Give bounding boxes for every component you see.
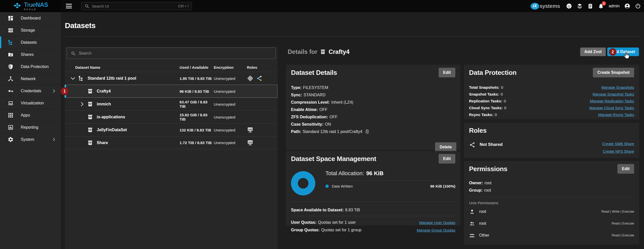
topbar-actions: iX systems 1 admin bbox=[531, 0, 641, 12]
space-available-label: Space Available to Dataset: bbox=[291, 208, 344, 212]
user-icon bbox=[469, 209, 475, 215]
sidebar-item-apps[interactable]: Apps bbox=[0, 109, 61, 121]
table-row-immich[interactable]: immich 63.47 GiB / 8.83 TiB Unencrypted bbox=[65, 98, 278, 110]
edit-dataset-details-button[interactable]: Edit bbox=[439, 68, 455, 77]
delete-dataset-button[interactable]: Delete bbox=[435, 142, 456, 152]
sidebar-item-network[interactable]: Network bbox=[0, 73, 61, 85]
dataset-name: Standard 12tb raid 1 pool bbox=[88, 76, 136, 81]
global-search-input[interactable] bbox=[92, 4, 175, 8]
chevron-right-icon[interactable] bbox=[79, 101, 85, 107]
chevron-right-icon bbox=[52, 89, 56, 93]
jobs-clipboard-icon[interactable] bbox=[587, 3, 593, 9]
feedback-smiley-icon[interactable] bbox=[566, 3, 572, 9]
used-available: 1.95 TiB / 8.83 TiB bbox=[180, 76, 214, 81]
divider bbox=[291, 216, 455, 216]
dataset-icon bbox=[320, 49, 326, 55]
brand-scale: SCALE bbox=[24, 8, 48, 11]
sidebar-item-dashboard[interactable]: Dashboard bbox=[0, 12, 61, 24]
manage-group-quotas-link[interactable]: Manage Group Quotas bbox=[417, 228, 455, 232]
pool-tree-icon bbox=[78, 75, 84, 81]
truenas-logo[interactable]: TrueNAS SCALE bbox=[0, 0, 61, 12]
perm-flags: Read | Execute bbox=[612, 233, 634, 237]
encryption-status: Unencrypted bbox=[214, 76, 247, 81]
table-row-jellyfindataset[interactable]: JellyFinDataSet 132 KiB / 8.83 TiB Unenc… bbox=[65, 123, 278, 136]
create-snapshot-button[interactable]: Create Snapshot bbox=[593, 68, 634, 77]
manage-snapshot-tasks-link[interactable]: Manage Snapshot Tasks bbox=[593, 92, 634, 96]
edit-space-management-button[interactable]: Edit bbox=[439, 154, 455, 164]
create-nfs-share-link[interactable]: Create NFS Share bbox=[603, 149, 634, 153]
data-protection-card: Data Protection Create Snapshot Total Sn… bbox=[464, 65, 639, 119]
used-available: 96 KiB / 8.83 TiB bbox=[180, 89, 214, 94]
dp-value: 0 bbox=[501, 85, 503, 89]
table-row-pool[interactable]: Standard 12tb raid 1 pool 1.95 TiB / 8.8… bbox=[65, 72, 278, 85]
brand-nas: NAS bbox=[36, 1, 48, 8]
card-title: Roles bbox=[469, 126, 486, 134]
perm-name: root bbox=[479, 209, 486, 214]
dp-label: Total Snapshots: bbox=[469, 85, 500, 89]
sidebar-label: System bbox=[21, 137, 34, 142]
global-search[interactable]: Ctrl + / bbox=[81, 2, 192, 10]
smb-share-icon: SMB bbox=[247, 127, 253, 133]
edit-permissions-button[interactable]: Edit bbox=[617, 164, 634, 174]
truecommand-icon[interactable] bbox=[577, 3, 583, 9]
field-label: Compression Level: bbox=[291, 100, 330, 104]
table-row-ix-applications[interactable]: ix-applications 15.82 GiB / 8.83 TiB Une… bbox=[65, 110, 278, 123]
dataset-search-input[interactable] bbox=[79, 51, 272, 56]
group-quotas-label: Group Quotas: bbox=[291, 228, 320, 232]
share-role-icon bbox=[256, 75, 263, 82]
manage-snapshots-link[interactable]: Manage Snapshots bbox=[601, 85, 634, 89]
hamburger-menu-icon[interactable] bbox=[65, 3, 72, 9]
sidebar-item-shares[interactable]: Shares bbox=[0, 49, 61, 61]
sidebar-label: Reporting bbox=[21, 125, 38, 130]
table-row-crafty4[interactable]: 1 Crafty4 96 KiB / 8.83 TiB Unencrypted bbox=[65, 85, 278, 98]
sidebar-label: Network bbox=[21, 77, 36, 81]
used-available: 1.72 TiB / 8.83 TiB bbox=[180, 141, 214, 145]
dp-label: Replication Tasks: bbox=[469, 99, 502, 103]
permission-entry-other: Other Read | Execute bbox=[469, 229, 634, 241]
sidebar-item-system[interactable]: System bbox=[0, 133, 61, 146]
truenas-logo-icon bbox=[13, 3, 22, 10]
user-avatar-icon[interactable] bbox=[624, 3, 630, 9]
apps-grid-icon bbox=[8, 112, 14, 118]
sidebar-item-reporting[interactable]: Reporting bbox=[0, 121, 61, 133]
allocation-donut-chart bbox=[291, 171, 315, 195]
apps-role-icon bbox=[247, 75, 253, 82]
manage-rsync-tasks-link[interactable]: Manage Rsync Tasks bbox=[598, 112, 634, 117]
shares-folder-icon bbox=[8, 52, 14, 58]
manage-user-quotas-link[interactable]: Manage User Quotas bbox=[419, 220, 455, 225]
dataset-icon bbox=[87, 114, 93, 120]
manage-replication-tasks-link[interactable]: Manage Replication Tasks bbox=[590, 99, 634, 103]
encryption-status: Unencrypted bbox=[214, 115, 247, 119]
chevron-down-icon[interactable] bbox=[70, 75, 76, 81]
power-icon[interactable] bbox=[635, 3, 641, 9]
laptop-icon bbox=[8, 100, 14, 106]
alerts-bell-icon[interactable]: 1 bbox=[598, 3, 604, 9]
used-available: 15.82 GiB / 8.83 TiB bbox=[180, 113, 214, 121]
col-dataset-name: Dataset Name bbox=[65, 65, 180, 70]
datasets-tree-icon bbox=[8, 39, 14, 46]
truenas-datasets-screen: TrueNAS SCALE Ctrl + / iX systems 1 admi… bbox=[0, 0, 644, 249]
annotation-step-badge-2: 2 bbox=[609, 49, 616, 55]
sidebar-item-storage[interactable]: Storage bbox=[0, 24, 61, 36]
admin-username: admin bbox=[609, 4, 620, 8]
page-title: Datasets bbox=[65, 21, 95, 30]
table-row-share[interactable]: Share 1.72 TiB / 8.83 TiB Unencrypted SM… bbox=[65, 136, 278, 149]
storage-icon bbox=[8, 27, 14, 33]
others-icon bbox=[469, 232, 475, 238]
sidebar-item-data-protection[interactable]: Data Protection bbox=[0, 61, 61, 73]
create-smb-share-link[interactable]: Create SMB Share bbox=[602, 142, 634, 146]
data-written-value: 96 KiB (100%) bbox=[430, 184, 455, 188]
perm-flags: Read | Write | Execute bbox=[601, 210, 634, 213]
encryption-status: Unencrypted bbox=[214, 89, 247, 94]
dataset-name: Share bbox=[97, 141, 108, 145]
copy-path-icon[interactable] bbox=[365, 129, 369, 133]
divider bbox=[325, 180, 455, 180]
dp-label: Cloud Sync Tasks: bbox=[469, 106, 503, 110]
sidebar-item-virtualization[interactable]: Virtualization bbox=[0, 97, 61, 109]
add-zvol-button[interactable]: Add Zvol bbox=[580, 48, 606, 56]
dataset-search[interactable] bbox=[67, 48, 276, 59]
sidebar-item-datasets[interactable]: Datasets bbox=[0, 36, 61, 49]
manage-cloud-sync-tasks-link[interactable]: Manage Cloud Sync Tasks bbox=[589, 106, 634, 110]
sidebar-item-credentials[interactable]: Credentials bbox=[0, 85, 61, 97]
dp-value: 0 bbox=[504, 106, 506, 110]
